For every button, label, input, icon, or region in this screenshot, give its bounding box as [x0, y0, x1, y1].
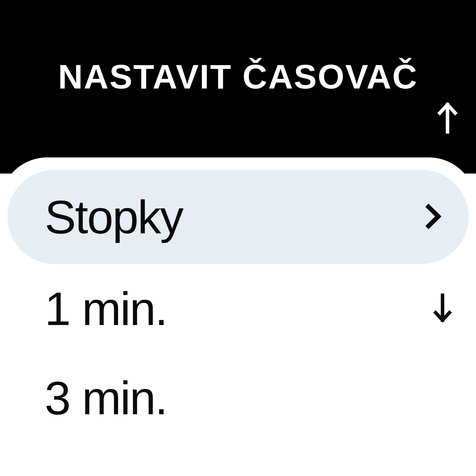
list-item-stopky[interactable]: Stopky [7, 170, 469, 264]
list-item-label: 3 min. [45, 371, 167, 425]
header: NASTAVIT ČASOVAČ [0, 0, 476, 174]
list-item-label: Stopky [45, 190, 183, 244]
chevron-right-icon [424, 202, 441, 232]
list-item-3min[interactable]: 3 min. [0, 353, 476, 443]
timer-setup-screen: NASTAVIT ČASOVAČ Stopky 1 min. [0, 0, 476, 476]
list-item-1min[interactable]: 1 min. [0, 264, 476, 353]
list-item-label: 1 min. [45, 282, 167, 336]
options-sheet: Stopky 1 min. 3 min. [0, 157, 476, 476]
arrow-down-icon[interactable] [433, 293, 452, 324]
page-title: NASTAVIT ČASOVAČ [0, 57, 476, 96]
arrow-up-icon[interactable] [436, 102, 459, 135]
